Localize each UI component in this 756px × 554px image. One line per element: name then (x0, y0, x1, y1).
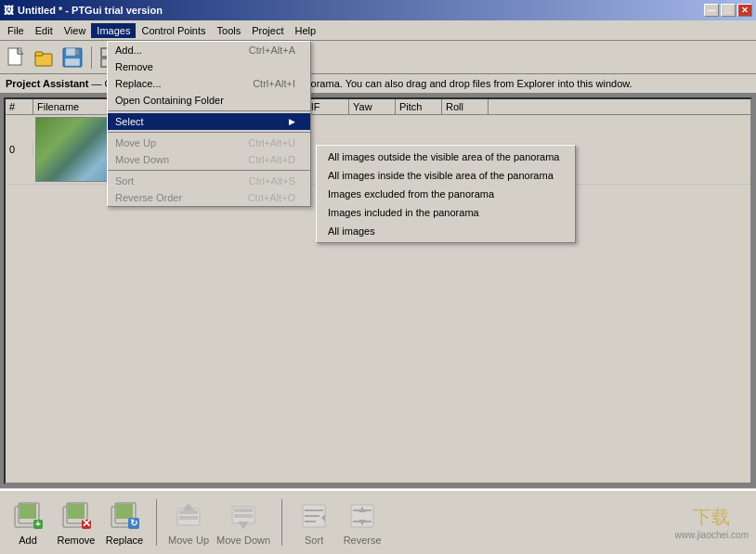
col-pitch: Pitch (396, 99, 442, 114)
watermark-area: 下载 www.jiaochei.com (675, 505, 749, 540)
svg-rect-5 (66, 48, 75, 56)
menu-file[interactable]: File (2, 23, 30, 38)
svg-rect-3 (35, 52, 43, 56)
svg-rect-38 (234, 514, 253, 518)
svg-rect-6 (75, 49, 79, 55)
maximize-button[interactable]: □ (721, 4, 736, 17)
menu-item-open-folder-label: Open Containing Folder (115, 95, 224, 106)
bottom-sep-1 (156, 499, 157, 546)
col-yaw: Yaw (349, 99, 396, 114)
menu-images[interactable]: Images (91, 23, 136, 38)
menu-item-add-shortcut: Ctrl+Alt+A (249, 45, 295, 56)
bottom-btn-reverse[interactable]: Reverse (342, 499, 383, 546)
menu-item-move-down: Move Down Ctrl+Alt+D (108, 151, 310, 168)
menu-separator-3 (108, 170, 310, 171)
menu-item-sort: Sort Ctrl+Alt+S (108, 173, 310, 189)
select-submenu: All images outside the visible area of t… (316, 145, 576, 243)
menu-item-reverse-order-shortcut: Ctrl+Alt+O (248, 192, 295, 203)
watermark: 下载 www.jiaochei.com (675, 505, 749, 540)
app-icon: 🖼 (4, 5, 14, 16)
bottom-toolbar: + Add ✕ Remove ↻ Rep (0, 489, 756, 554)
submenu-item-outside[interactable]: All images outside the visible area of t… (317, 148, 575, 166)
menu-item-open-folder[interactable]: Open Containing Folder (108, 92, 310, 109)
menu-item-add-label: Add... (115, 45, 142, 56)
menu-item-move-up-shortcut: Ctrl+Alt+U (248, 137, 295, 148)
svg-text:+: + (35, 519, 41, 529)
bottom-btn-remove[interactable]: ✕ Remove (56, 499, 97, 546)
sort-icon (297, 499, 331, 533)
menu-item-reverse-order: Reverse Order Ctrl+Alt+O (108, 189, 310, 206)
window-title: Untitled * - PTGui trial version (18, 5, 163, 16)
menu-item-sort-label: Sort (115, 175, 134, 187)
menu-edit[interactable]: Edit (30, 23, 59, 38)
remove-icon: ✕ (59, 499, 93, 533)
bottom-btn-move-up[interactable]: Move Up (168, 499, 209, 546)
bottom-btn-move-up-label: Move Up (168, 535, 209, 546)
images-dropdown-menu: Add... Ctrl+Alt+A Remove Replace... Ctrl… (107, 41, 311, 207)
menu-item-replace[interactable]: Replace... Ctrl+Alt+I (108, 75, 310, 92)
menu-item-replace-shortcut: Ctrl+Alt+I (253, 78, 295, 89)
menu-item-move-up: Move Up Ctrl+Alt+U (108, 135, 310, 151)
svg-rect-33 (179, 510, 198, 514)
bottom-btn-replace[interactable]: ↻ Replace (104, 499, 145, 546)
bottom-btn-reverse-label: Reverse (344, 535, 382, 546)
menu-item-remove[interactable]: Remove (108, 58, 310, 75)
col-roll: Roll (442, 99, 489, 114)
menu-tools[interactable]: Tools (212, 23, 247, 38)
bottom-btn-move-down-label: Move Down (216, 535, 270, 546)
menu-item-remove-label: Remove (115, 61, 153, 72)
svg-text:✕: ✕ (82, 517, 91, 530)
replace-icon: ↻ (108, 499, 141, 533)
minimize-button[interactable]: — (704, 4, 719, 17)
close-button[interactable]: ✕ (737, 4, 752, 17)
move-up-icon (172, 499, 205, 533)
svg-marker-35 (183, 503, 194, 510)
menu-bar: File Edit View Images Control Points Too… (0, 20, 756, 41)
svg-marker-39 (238, 522, 249, 529)
menu-item-move-down-shortcut: Ctrl+Alt+D (248, 154, 295, 165)
menu-item-move-down-label: Move Down (115, 154, 169, 165)
bottom-btn-remove-label: Remove (58, 535, 96, 546)
svg-text:↻: ↻ (130, 518, 137, 528)
toolbar-open[interactable] (32, 45, 58, 71)
submenu-item-excluded[interactable]: Images excluded from the panorama (317, 185, 575, 203)
project-bar-title: Project Assistant (6, 78, 88, 89)
svg-rect-19 (20, 504, 36, 519)
menu-control-points[interactable]: Control Points (136, 23, 211, 38)
menu-view[interactable]: View (59, 23, 92, 38)
menu-item-move-up-label: Move Up (115, 137, 156, 148)
move-down-icon (227, 499, 260, 533)
svg-rect-29 (116, 504, 133, 519)
bottom-btn-move-down[interactable]: Move Down (216, 499, 270, 546)
menu-item-select[interactable]: Select ▶ (108, 113, 310, 130)
title-bar: 🖼 Untitled * - PTGui trial version — □ ✕ (0, 0, 756, 20)
col-num: # (6, 99, 33, 114)
bottom-sep-2 (281, 499, 282, 546)
row-num: 0 (6, 142, 33, 157)
toolbar-new[interactable] (4, 45, 30, 71)
submenu-arrow-icon: ▶ (289, 117, 295, 126)
bottom-btn-add-label: Add (19, 535, 37, 546)
bottom-btn-add[interactable]: + Add (7, 499, 48, 546)
menu-item-sort-shortcut: Ctrl+Alt+S (249, 175, 295, 187)
svg-rect-34 (179, 516, 198, 520)
reverse-icon (345, 499, 379, 533)
bottom-btn-sort-label: Sort (305, 535, 323, 546)
menu-project[interactable]: Project (246, 23, 289, 38)
submenu-item-all[interactable]: All images (317, 222, 575, 240)
menu-item-add[interactable]: Add... Ctrl+Alt+A (108, 42, 310, 58)
svg-rect-37 (234, 509, 253, 512)
menu-help[interactable]: Help (289, 23, 321, 38)
add-icon: + (11, 499, 45, 533)
toolbar-sep-1 (91, 46, 92, 69)
project-bar-description: — (92, 78, 105, 89)
menu-separator-2 (108, 132, 310, 133)
bottom-btn-replace-label: Replace (106, 535, 143, 546)
submenu-item-included[interactable]: Images included in the panorama (317, 203, 575, 222)
submenu-item-inside[interactable]: All images inside the visible area of th… (317, 166, 575, 185)
menu-item-reverse-order-label: Reverse Order (115, 192, 182, 203)
menu-item-replace-label: Replace... (115, 78, 162, 89)
bottom-btn-sort[interactable]: Sort (293, 499, 334, 546)
toolbar-save[interactable] (59, 45, 85, 71)
svg-rect-7 (65, 58, 80, 66)
